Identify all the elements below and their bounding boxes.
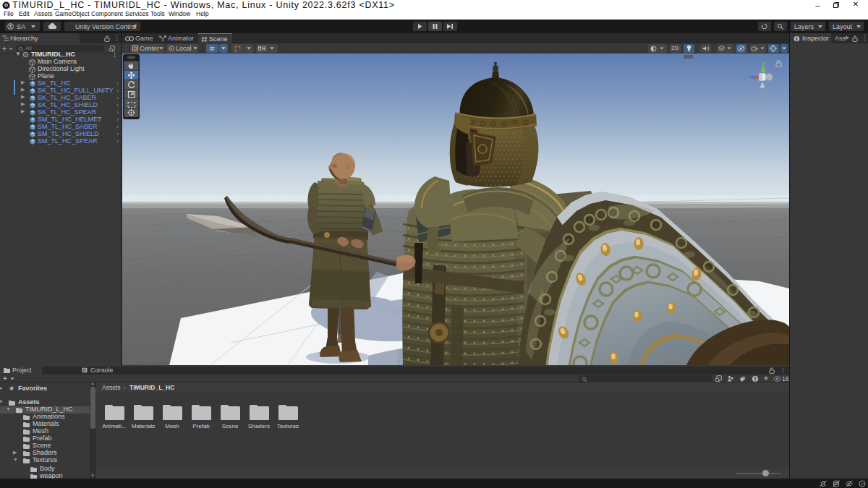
svg-text:y: y — [762, 59, 765, 66]
svg-text:Persp: Persp — [752, 95, 768, 103]
svg-text:z: z — [744, 74, 746, 81]
